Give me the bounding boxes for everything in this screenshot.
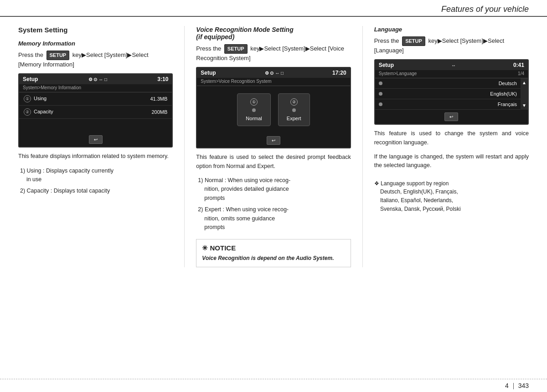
col-system-setting: System Setting Memory Information Press … <box>18 26 173 267</box>
screen-row-capacity: ②Capacity 200MB <box>19 106 172 119</box>
divider-1 <box>184 26 185 267</box>
scrollbar: ▲ ▼ <box>521 78 528 110</box>
screen-time-3: 0:41 <box>513 62 524 68</box>
lang-subheader-text: System>Language <box>379 71 417 76</box>
screen-time-2: 17:20 <box>332 70 346 76</box>
vr-instruction: Press the SETUP key▶Select [System]▶Sele… <box>196 44 351 62</box>
screen-title-3: Setup <box>379 62 394 68</box>
memory-list-2: 2) Capacity : Displays total capacity <box>18 187 173 195</box>
page-number: 4 343 <box>505 382 529 389</box>
lang-description-2: If the language is changed, the system w… <box>374 153 529 170</box>
screen-title-2: Setup <box>201 70 216 76</box>
memory-instruction: Press the SETUP key▶Select [System]▶Sele… <box>18 51 173 69</box>
lang-dot-2 <box>379 92 382 96</box>
row-using-value: 41.3MB <box>150 96 167 102</box>
screen-subheader-2: System>Voice Recognition System <box>197 78 350 86</box>
screen-title-1: Setup <box>23 76 38 82</box>
lang-label-francais: Français <box>498 102 517 107</box>
vr-circle-1: ① <box>250 98 258 106</box>
lang-note-languages: Deutsch, English(UK), Français, Italiano… <box>374 188 461 212</box>
scroll-up-arrow[interactable]: ▲ <box>522 80 526 85</box>
lang-description-1: This feature is used to change the syste… <box>374 129 529 147</box>
lang-list: Deutsch English(UK) Français <box>375 78 521 110</box>
screen-icons-2: ⚙ ⊙ ↔ □ <box>265 71 284 76</box>
lang-row-francais: Français <box>375 99 521 110</box>
lang-label-english: English(UK) <box>490 91 517 97</box>
lang-dot-1 <box>379 81 382 85</box>
vr-list-1: 1) Normal : When using voice recog- niti… <box>196 176 351 203</box>
lang-note: ❖ Language support by region Deutsch, En… <box>374 179 529 213</box>
page-num: 343 <box>518 382 529 389</box>
scroll-down-arrow[interactable]: ▼ <box>522 103 526 108</box>
vr-circle-2: ② <box>290 98 298 106</box>
lang-screen-wrap: Deutsch English(UK) Français ▲ ▼ <box>375 78 528 110</box>
back-button-1: ↩ <box>89 135 103 144</box>
screen-header-2: Setup ⚙ ⊙ ↔ □ 17:20 <box>197 68 350 78</box>
screen-footer-1: ↩ <box>19 132 172 147</box>
instruction-prefix: Press the <box>18 51 45 58</box>
screen-footer-3: ↩ <box>375 110 528 124</box>
notice-title: ✳ NOTICE <box>202 244 345 252</box>
main-content: System Setting Memory Information Press … <box>0 17 547 272</box>
lang-instruction-prefix: Press the <box>374 37 401 44</box>
notice-text: Voice Recognition is depend on the Audio… <box>202 254 345 262</box>
screen-subheader-3: System>Language 1/4 <box>375 70 528 78</box>
page-separator <box>513 383 514 389</box>
circle-2: ② <box>24 108 31 116</box>
vr-expert-btn: ② Expert <box>278 93 310 126</box>
notice-box: ✳ NOTICE Voice Recognition is depend on … <box>196 239 351 267</box>
screen-row-using: ①Using 41.3MB <box>19 92 172 106</box>
memory-list-1: 1) Using : Displays capacity currently i… <box>18 167 173 184</box>
page-section: 4 <box>505 382 509 389</box>
screen-footer-2: ↩ <box>197 133 350 148</box>
vr-dot-1 <box>252 108 256 112</box>
memory-description: This feature displays information relate… <box>18 152 173 161</box>
setup-button-2: SETUP <box>224 44 248 54</box>
vr-title: Voice Recognition Mode Setting(if equipp… <box>196 26 293 41</box>
page-title: Features of your vehicle <box>441 5 529 14</box>
vr-instruction-prefix: Press the <box>196 45 223 52</box>
vr-description: This feature is used to select the desir… <box>196 153 351 171</box>
page-footer: 4 343 <box>0 379 547 392</box>
col-voice-recognition: Voice Recognition Mode Setting(if equipp… <box>196 26 351 267</box>
language-instruction: Press the SETUP key▶Select [System]▶Sele… <box>374 36 529 55</box>
vr-normal-btn: ① Normal <box>237 93 270 126</box>
page-header: Features of your vehicle <box>0 0 547 17</box>
divider-2 <box>362 26 363 267</box>
vr-normal-label: Normal <box>246 116 262 121</box>
screen-subheader-1: System>Memory Information <box>19 84 172 92</box>
back-button-2: ↩ <box>267 136 280 145</box>
vr-expert-label: Expert <box>287 116 301 121</box>
lang-note-prefix: ❖ Language support by region <box>374 180 449 187</box>
subsection-memory-info: Memory Information <box>18 40 173 47</box>
subsection-language: Language <box>374 26 529 33</box>
screen-time-1: 3:10 <box>157 76 168 82</box>
lang-row-english: English(UK) <box>375 89 521 99</box>
vr-dot-2 <box>292 108 296 112</box>
screen-header-3: Setup ↔ 0:41 <box>375 60 528 70</box>
vr-buttons: ① Normal ② Expert <box>197 86 350 133</box>
lang-page-num: 1/4 <box>518 71 524 76</box>
subsection-vr: Voice Recognition Mode Setting(if equipp… <box>196 26 351 41</box>
setup-button-3: SETUP <box>402 36 425 46</box>
vr-list-2: 2) Expert : When using voice recog- niti… <box>196 205 351 232</box>
screen-icons-1: ⚙ ⊙ ↔ □ <box>88 77 107 82</box>
section-title: System Setting <box>18 26 173 34</box>
screen-language: Setup ↔ 0:41 System>Language 1/4 Deutsch… <box>374 59 529 125</box>
row-using-label: ①Using <box>24 95 46 102</box>
setup-button-1: SETUP <box>46 51 70 60</box>
col-language: Language Press the SETUP key▶Select [Sys… <box>374 26 529 267</box>
row-capacity-value: 200MB <box>151 109 167 115</box>
circle-1: ① <box>24 95 31 102</box>
row-capacity-label: ②Capacity <box>24 108 53 116</box>
lang-label-deutsch: Deutsch <box>499 81 517 86</box>
back-button-3: ↩ <box>444 112 458 121</box>
lang-row-deutsch: Deutsch <box>375 78 521 89</box>
lang-dot-3 <box>379 102 382 106</box>
screen-memory-info: Setup ⚙ ⊙ ↔ □ 3:10 System>Memory Informa… <box>18 73 173 148</box>
screen-header-1: Setup ⚙ ⊙ ↔ □ 3:10 <box>19 74 172 84</box>
screen-icons-3: ↔ <box>451 63 456 68</box>
screen-vr: Setup ⚙ ⊙ ↔ □ 17:20 System>Voice Recogni… <box>196 67 351 148</box>
